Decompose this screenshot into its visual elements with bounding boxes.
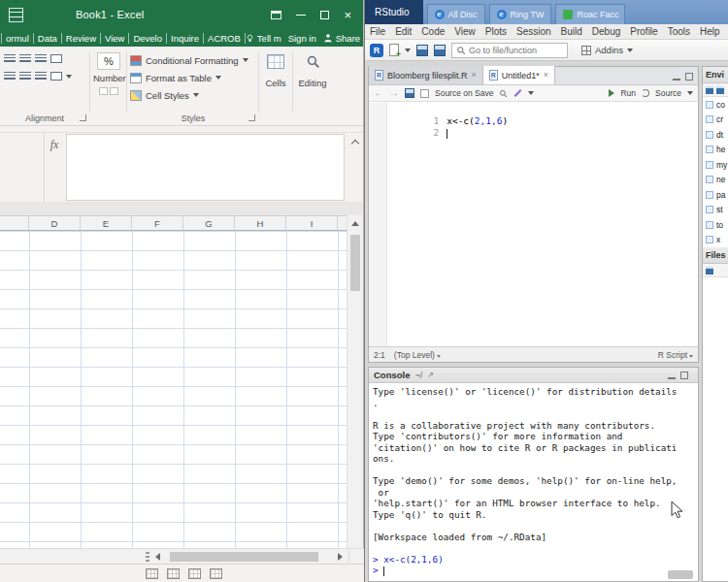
forward-icon[interactable]: → xyxy=(389,88,399,98)
align-right-icon[interactable] xyxy=(35,72,47,81)
page-layout-view-icon[interactable] xyxy=(167,568,180,579)
maximize-pane-icon[interactable] xyxy=(685,73,693,81)
addins-button[interactable]: Addins xyxy=(581,45,633,55)
increase-decimal-icon[interactable] xyxy=(99,87,108,95)
insert-function-button[interactable]: fx xyxy=(45,133,64,202)
align-center-icon[interactable] xyxy=(19,72,31,81)
column-header-partial[interactable] xyxy=(0,216,29,230)
ribbon-tab-acrobat[interactable]: ACROB xyxy=(204,33,246,44)
dropdown-arrow-icon[interactable] xyxy=(528,91,534,95)
zoom-view-icon[interactable] xyxy=(210,568,222,579)
source-tab-bloomberg[interactable]: R Bloomberg filesplit.R × xyxy=(369,66,483,84)
column-header-g[interactable]: G xyxy=(183,216,235,230)
rstudio-window-tab[interactable]: RStudio xyxy=(365,0,423,24)
scroll-right-icon[interactable] xyxy=(338,553,343,561)
spreadsheet-grid[interactable] xyxy=(0,231,347,548)
save-all-button[interactable] xyxy=(434,45,446,56)
scroll-up-icon[interactable] xyxy=(351,221,359,226)
load-workspace-icon[interactable] xyxy=(706,86,713,94)
popout-icon[interactable]: ↗ xyxy=(427,371,434,379)
tell-me-button[interactable]: Tell m xyxy=(246,33,281,44)
align-bottom-icon[interactable] xyxy=(35,54,47,63)
menu-build[interactable]: Build xyxy=(556,26,587,37)
menu-plots[interactable]: Plots xyxy=(480,26,512,37)
ribbon-tab-formulas[interactable]: ormul xyxy=(1,33,34,44)
source-tab-untitled1[interactable]: R Untitled1* × xyxy=(483,66,555,84)
environment-item[interactable]: pa xyxy=(703,187,728,203)
dialog-launcher-icon[interactable] xyxy=(248,114,255,121)
orientation-icon[interactable] xyxy=(50,54,62,63)
environment-item[interactable]: co xyxy=(703,97,728,113)
horizontal-scrollbar-track[interactable] xyxy=(166,551,332,563)
ribbon-tab-developer[interactable]: Develo xyxy=(129,33,167,44)
minimize-pane-icon[interactable] xyxy=(668,372,676,379)
column-header-h[interactable]: H xyxy=(235,216,286,230)
ribbon-tab-data[interactable]: Data xyxy=(34,33,62,44)
run-button[interactable]: Run xyxy=(620,88,636,98)
editing-group[interactable]: Editing xyxy=(295,54,330,88)
files-list[interactable] xyxy=(703,277,728,581)
menu-debug[interactable]: Debug xyxy=(587,26,625,37)
menu-code[interactable]: Code xyxy=(416,26,449,37)
source-button[interactable]: Source xyxy=(655,88,681,98)
dialog-launcher-icon[interactable] xyxy=(80,114,86,121)
environment-item[interactable]: x xyxy=(703,233,728,248)
environment-item[interactable]: dt xyxy=(703,127,728,143)
filetype-selector[interactable]: R Script xyxy=(658,350,693,360)
maximize-pane-icon[interactable] xyxy=(680,372,688,379)
cell-styles-button[interactable]: Cell Styles xyxy=(130,86,248,104)
sign-in-button[interactable]: Sign in xyxy=(288,33,316,44)
browser-tab[interactable]: e Ring TW xyxy=(489,4,552,24)
save-button[interactable] xyxy=(416,45,428,56)
dropdown-arrow-icon[interactable] xyxy=(687,91,693,95)
ribbon-tab-view[interactable]: View xyxy=(101,33,129,44)
run-icon[interactable] xyxy=(609,89,614,97)
column-header-d[interactable]: D xyxy=(29,216,81,230)
sheet-tab-resize-handle[interactable] xyxy=(146,552,149,562)
scope-selector[interactable]: (Top Level) xyxy=(394,350,441,360)
restore-button[interactable] xyxy=(320,11,329,19)
page-break-view-icon[interactable] xyxy=(188,568,201,579)
source-on-save-checkbox[interactable] xyxy=(420,89,429,98)
console-output[interactable]: Type 'license()' or 'licence()' for dist… xyxy=(369,384,698,581)
new-folder-icon[interactable] xyxy=(706,267,713,275)
rerun-icon[interactable] xyxy=(642,89,649,97)
align-middle-icon[interactable] xyxy=(19,54,31,63)
environment-item[interactable]: he xyxy=(703,143,728,158)
dropdown-arrow-icon[interactable] xyxy=(405,48,411,52)
menu-file[interactable]: File xyxy=(365,26,390,37)
environment-item[interactable]: to xyxy=(703,217,728,233)
back-icon[interactable]: ← xyxy=(374,88,383,98)
format-as-table-button[interactable]: Format as Table xyxy=(130,69,248,86)
formula-bar-collapse-button[interactable] xyxy=(347,133,363,202)
formula-input[interactable] xyxy=(66,134,345,201)
goto-file-search[interactable] xyxy=(451,43,568,58)
menu-session[interactable]: Session xyxy=(512,26,556,37)
column-header-i[interactable]: I xyxy=(286,216,338,230)
minimize-pane-icon[interactable] xyxy=(673,73,680,81)
column-header-e[interactable]: E xyxy=(81,216,132,230)
menu-view[interactable]: View xyxy=(449,26,480,37)
code-editor[interactable]: 1x<-c(2,1,6) 2 xyxy=(369,103,698,346)
ribbon-tab-review[interactable]: Review xyxy=(62,33,101,44)
menu-profile[interactable]: Profile xyxy=(625,26,662,37)
save-file-icon[interactable] xyxy=(405,88,414,98)
ribbon-tab-inquire[interactable]: Inquire xyxy=(167,33,204,44)
console-scrollbar-thumb[interactable] xyxy=(668,570,693,579)
column-header-f[interactable]: F xyxy=(132,216,183,230)
environment-item[interactable]: my xyxy=(703,157,728,173)
ribbon-display-options-icon[interactable] xyxy=(271,11,281,19)
normal-view-icon[interactable] xyxy=(146,568,158,579)
percent-style-button[interactable]: % xyxy=(97,52,120,70)
vertical-scrollbar[interactable] xyxy=(347,215,363,548)
decrease-decimal-icon[interactable] xyxy=(110,87,118,95)
number-format-label[interactable]: Number xyxy=(93,73,124,83)
share-button[interactable]: Share xyxy=(323,33,360,44)
horizontal-scrollbar-thumb[interactable] xyxy=(170,552,318,562)
cells-group[interactable]: Cells xyxy=(261,54,290,88)
merge-center-icon[interactable] xyxy=(50,72,62,81)
close-button[interactable]: × xyxy=(344,9,351,21)
browser-tab[interactable]: e All Disc xyxy=(427,4,485,24)
environment-item[interactable]: cr xyxy=(703,113,728,128)
menu-help[interactable]: Help xyxy=(695,26,725,37)
